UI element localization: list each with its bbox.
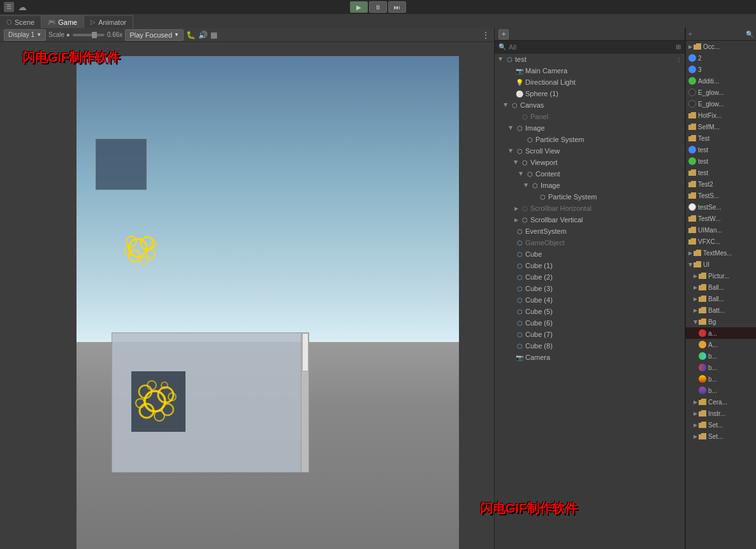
project-item-vfxc[interactable]: VFXC... [686,236,756,247]
bug-icon[interactable]: 🐛 [186,31,196,39]
tree-item-content[interactable]: ▶ ⬡ Content [495,168,685,180]
tree-item-test[interactable]: ▶ ⬡ test ⋮ [495,53,685,65]
hierarchy-toolbar: + [495,28,685,41]
tree-item-cube3[interactable]: ⬡ Cube (3) [495,283,685,294]
tree-item-image2[interactable]: ▶ ⬡ Image [495,180,685,191]
project-item-pictur[interactable]: ▶ Pictur... [686,270,756,282]
tree-label-scroll-view: Scroll View [525,147,560,155]
tree-item-scrollbar-h[interactable]: ▶ ⬡ Scrollbar Horizontal [495,203,685,214]
cube6-icon: ⬡ [515,318,524,327]
tree-item-cube6[interactable]: ⬡ Cube (6) [495,317,685,329]
project-item-uiman[interactable]: UIMan... [686,224,756,236]
tree-item-eventsystem[interactable]: ⬡ EventSystem [495,225,685,237]
tree-item-viewport[interactable]: ▶ ⬡ Viewport [495,157,685,168]
project-item-additi[interactable]: Additi... [686,75,756,87]
play-focused-button[interactable]: Play Focused ▼ [125,29,184,41]
play-button[interactable]: ▶ [350,1,368,13]
stats-icon[interactable]: ▦ [210,31,217,39]
cube-icon: ⬡ [515,250,524,259]
hierarchy-add-button[interactable]: + [498,29,509,39]
dot-b1 [699,352,706,360]
tree-item-image[interactable]: ▶ ⬡ Image [495,122,685,134]
dot-b3 [699,375,706,383]
root-icon: ⬡ [505,55,514,64]
tree-item-scrollbar-v[interactable]: ▶ ⬡ Scrollbar Vertical [495,214,685,225]
project-item-test-folder2[interactable]: test [686,167,756,178]
scroll-indicator[interactable] [301,333,309,472]
project-item-bg[interactable]: ▶ Bg [686,316,756,327]
tab-scene[interactable]: ⬡ Scene [0,15,41,28]
project-item-selfm[interactable]: SelfM... [686,121,756,132]
project-item-test-blue[interactable]: test [686,144,756,155]
project-item-ui[interactable]: ▶ UI [686,259,756,270]
display-select[interactable]: Display 1 ▼ [4,29,46,41]
project-item-3[interactable]: 3 [686,64,756,75]
project-label-test-green: test [698,158,708,165]
tree-item-scroll-view[interactable]: ▶ ⬡ Scroll View [495,145,685,157]
project-content[interactable]: ▶ Occ... 2 3 Additi... E_glow... E_glow.… [686,41,756,549]
project-item-occ[interactable]: ▶ Occ... [686,41,756,52]
project-item-b2[interactable]: b... [686,362,756,373]
tab-animator[interactable]: ▷ Animator [84,15,133,28]
folder-selfm [688,124,696,130]
project-item-instr[interactable]: ▶ Instr... [686,408,756,419]
tree-item-particle1[interactable]: ⬡ Particle System [495,134,685,145]
project-add-button[interactable]: + [688,31,692,38]
tree-item-gameobject[interactable]: ⬡ GameObject [495,237,685,248]
tab-game[interactable]: 🎮 Game [41,15,84,28]
project-item-test2[interactable]: Test2 [686,178,756,190]
tree-item-main-camera[interactable]: 📷 Main Camera [495,65,685,76]
tree-item-sphere[interactable]: ⚪ Sphere (1) [495,88,685,99]
tree-item-cube2[interactable]: ⬡ Cube (2) [495,271,685,283]
hierarchy-search-input[interactable] [509,43,673,51]
project-item-a[interactable]: a... [686,327,756,339]
project-label-testw: TestW... [698,215,721,222]
project-item-A[interactable]: A... [686,339,756,350]
project-search-icon[interactable]: 🔍 [746,31,753,38]
project-item-eglow1[interactable]: E_glow... [686,87,756,98]
tree-item-cube1[interactable]: ⬡ Cube (1) [495,260,685,271]
scale-slider[interactable] [73,34,105,36]
tree-item-cube4[interactable]: ⬡ Cube (4) [495,294,685,306]
project-item-tests[interactable]: TestS... [686,190,756,201]
project-item-ball1[interactable]: ▶ Ball... [686,282,756,293]
project-item-2[interactable]: 2 [686,52,756,64]
tree-item-cube7[interactable]: ⬡ Cube (7) [495,329,685,340]
step-button[interactable]: ⏭ [388,1,406,13]
tree-item-panel[interactable]: ⬡ Panel [495,111,685,122]
tree-item-cube[interactable]: ⬡ Cube [495,248,685,260]
project-item-eglow2[interactable]: E_glow... [686,98,756,110]
project-item-hotfix[interactable]: HotFix... [686,110,756,121]
project-item-set2[interactable]: ▶ Set... [686,431,756,442]
project-item-ball2[interactable]: ▶ Ball... [686,293,756,304]
project-item-b4[interactable]: b... [686,385,756,396]
tree-item-more[interactable]: ⋮ [676,56,682,63]
project-item-testw[interactable]: TestW... [686,213,756,224]
tree-item-cube8[interactable]: ⬡ Cube (8) [495,340,685,352]
project-item-test-folder[interactable]: Test [686,132,756,144]
project-item-set1[interactable]: ▶ Set... [686,419,756,431]
tree-item-camera[interactable]: 📷 Camera [495,352,685,363]
project-label-pictur: Pictur... [708,273,729,280]
audio-icon[interactable]: 🔊 [198,31,208,39]
scroll-thumb[interactable] [302,333,309,371]
project-item-b3[interactable]: b... [686,373,756,385]
tree-item-cube5[interactable]: ⬡ Cube (5) [495,306,685,317]
tree-item-canvas[interactable]: ▶ ⬡ Canvas [495,99,685,111]
folder-cera [699,399,706,405]
project-item-test-green[interactable]: test [686,155,756,167]
toolbar-more-button[interactable]: ⋮ [481,30,490,40]
project-label-set2: Set... [708,433,723,440]
project-item-b1[interactable]: b... [686,350,756,362]
hierarchy-search-expand[interactable]: ⊞ [676,43,681,50]
project-item-batt[interactable]: ▶ Batt... [686,304,756,316]
hierarchy-content[interactable]: ▶ ⬡ test ⋮ 📷 Main Camera 💡 Directional L… [495,53,685,549]
tree-item-particle2[interactable]: ⬡ Particle System [495,191,685,203]
tree-label-viewport: Viewport [530,159,558,166]
pause-button[interactable]: ⏸ [369,1,387,13]
menu-icon[interactable]: ☰ [4,2,14,12]
project-item-textmes[interactable]: ▶ TextMes... [686,247,756,259]
tree-item-directional-light[interactable]: 💡 Directional Light [495,76,685,88]
project-item-testse[interactable]: testSe... [686,201,756,213]
project-item-cera[interactable]: ▶ Cera... [686,396,756,408]
